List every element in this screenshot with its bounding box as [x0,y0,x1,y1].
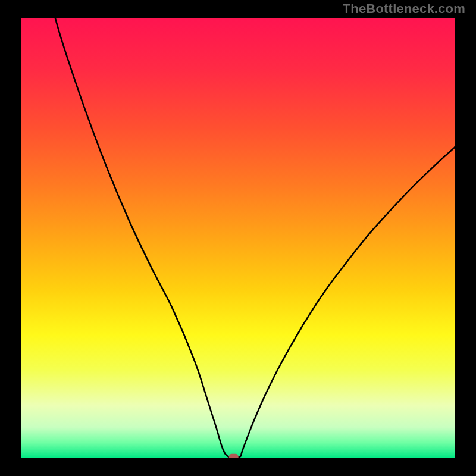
minimum-marker [229,454,239,458]
plot-area [21,18,455,458]
chart-svg [21,18,455,458]
watermark-text: TheBottleneck.com [343,1,465,17]
chart-frame: TheBottleneck.com [0,0,476,476]
gradient-background [21,18,455,458]
